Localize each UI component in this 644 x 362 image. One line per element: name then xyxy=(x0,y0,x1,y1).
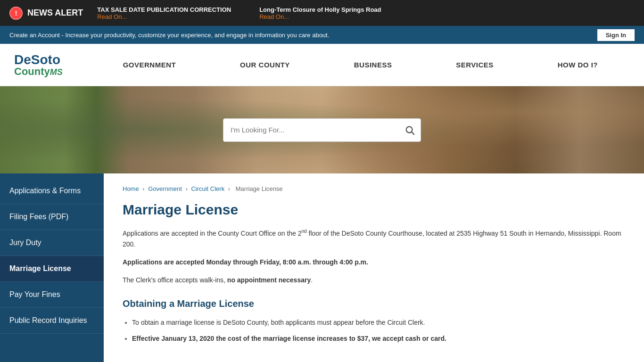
news-item-2-link[interactable]: Read On... xyxy=(259,13,381,20)
breadcrumb-current: Marriage License xyxy=(236,185,283,192)
breadcrumb-sep2: › xyxy=(185,185,189,192)
nav-business[interactable]: BUSINESS xyxy=(347,56,399,74)
news-item-1: TAX SALE DATE PUBLICATION CORRECTION Rea… xyxy=(97,6,231,20)
account-bar-message: Create an Account - Increase your produc… xyxy=(9,32,329,39)
news-alert-bar: ! NEWS ALERT TAX SALE DATE PUBLICATION C… xyxy=(0,0,644,26)
news-alert-label: ! NEWS ALERT xyxy=(9,7,83,20)
walkin-bold: no appointment necessary xyxy=(227,276,311,284)
hero-banner xyxy=(0,86,644,173)
sidebar-item-pay-fines[interactable]: Pay Your Fines xyxy=(0,282,104,308)
logo-line1: DeSoto xyxy=(14,53,63,66)
search-input[interactable] xyxy=(223,126,399,134)
content-body: Applications are accepted in the County … xyxy=(123,227,625,344)
breadcrumb-home[interactable]: Home xyxy=(123,185,139,192)
search-box xyxy=(223,118,421,142)
intro-sup: nd xyxy=(302,229,307,234)
page-content: Home › Government › Circuit Clerk › Marr… xyxy=(104,173,644,362)
breadcrumb-sep1: › xyxy=(142,185,146,192)
page-title: Marriage License xyxy=(123,202,625,218)
main-content: Applications & Forms Filing Fees (PDF) J… xyxy=(0,173,644,362)
account-bar-text: - Increase your productivity, customize … xyxy=(60,32,329,39)
news-items: TAX SALE DATE PUBLICATION CORRECTION Rea… xyxy=(97,6,635,20)
breadcrumb-sep3: › xyxy=(228,185,232,192)
news-item-1-title: TAX SALE DATE PUBLICATION CORRECTION xyxy=(97,6,231,13)
sidebar-item-public-record[interactable]: Public Record Inquiries xyxy=(0,308,104,334)
intro-paragraph: Applications are accepted in the County … xyxy=(123,227,625,250)
header: DeSoto CountyMS GOVERNMENT OUR COUNTY BU… xyxy=(0,44,644,86)
intro-text: Applications are accepted in the County … xyxy=(123,230,302,237)
search-icon xyxy=(405,125,415,135)
breadcrumb-government[interactable]: Government xyxy=(148,185,182,192)
news-alert-text: NEWS ALERT xyxy=(27,8,83,18)
nav-government[interactable]: GOVERNMENT xyxy=(116,56,183,74)
sidebar-item-jury-duty[interactable]: Jury Duty xyxy=(0,230,104,256)
news-item-1-link[interactable]: Read On... xyxy=(97,13,231,20)
sign-in-button[interactable]: Sign In xyxy=(597,29,635,41)
alert-icon: ! xyxy=(9,7,23,20)
logo-line2: CountyMS xyxy=(14,66,63,77)
nav-how-do-i[interactable]: HOW DO I? xyxy=(551,56,605,74)
nav-our-county[interactable]: OUR COUNTY xyxy=(233,56,297,74)
walkin-text: The Clerk's office accepts walk-ins, xyxy=(123,276,225,284)
bullet-list: To obtain a marriage license is DeSoto C… xyxy=(123,317,625,345)
walkin-paragraph: The Clerk's office accepts walk-ins, no … xyxy=(123,275,625,286)
news-item-2: Long-Term Closure of Holly Springs Road … xyxy=(259,6,381,20)
nav-services[interactable]: SERVICES xyxy=(449,56,501,74)
hours-paragraph: Applications are accepted Monday through… xyxy=(123,257,625,268)
sidebar: Applications & Forms Filing Fees (PDF) J… xyxy=(0,173,104,362)
account-bar: Create an Account - Increase your produc… xyxy=(0,26,644,44)
create-account-link[interactable]: Create an Account xyxy=(9,32,60,39)
bullet-item-2: Effective January 13, 2020 the cost of t… xyxy=(132,333,625,345)
sidebar-item-filing-fees[interactable]: Filing Fees (PDF) xyxy=(0,204,104,230)
hours-text: Applications are accepted Monday through… xyxy=(123,258,368,266)
search-button[interactable] xyxy=(399,125,421,135)
svg-line-1 xyxy=(412,132,414,134)
news-item-2-title: Long-Term Closure of Holly Springs Road xyxy=(259,6,381,13)
sidebar-item-applications-forms[interactable]: Applications & Forms xyxy=(0,178,104,204)
walkin-end: . xyxy=(311,276,313,284)
breadcrumb: Home › Government › Circuit Clerk › Marr… xyxy=(123,185,625,192)
bullet-item-1: To obtain a marriage license is DeSoto C… xyxy=(132,317,625,329)
section-title-obtaining: Obtaining a Marriage License xyxy=(123,296,625,312)
breadcrumb-circuit-clerk[interactable]: Circuit Clerk xyxy=(191,185,224,192)
sidebar-item-marriage-license[interactable]: Marriage License xyxy=(0,256,104,282)
logo[interactable]: DeSoto CountyMS xyxy=(14,53,63,77)
main-nav: GOVERNMENT OUR COUNTY BUSINESS SERVICES … xyxy=(91,56,630,74)
